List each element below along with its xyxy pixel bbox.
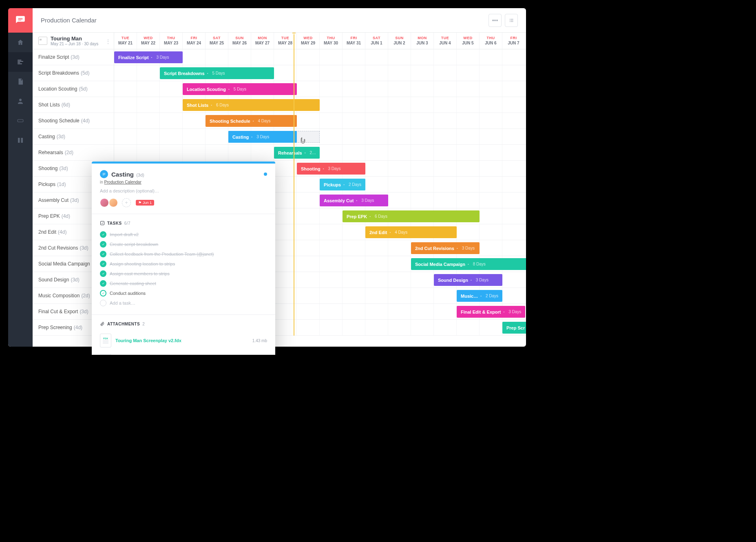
attachments-section-header: ATTACHMENTS 2: [100, 321, 267, 326]
gantt-row: Casting•3 Days: [114, 129, 526, 145]
date-cell[interactable]: MONJUN 3: [411, 33, 434, 49]
task-checkbox-done[interactable]: [100, 261, 106, 267]
row-label[interactable]: Casting (3d): [33, 129, 114, 145]
task-detail-popup: Casting (3d) in Production Calendar Add …: [92, 161, 275, 355]
row-label[interactable]: Shooting Schedule (4d): [33, 113, 114, 129]
gantt-bar[interactable]: Prep EPK•6 Days: [343, 210, 480, 222]
gantt-bar[interactable]: Final Edit & Export•3 Days: [457, 306, 525, 318]
breadcrumb-link[interactable]: Production Calendar: [104, 180, 141, 184]
assignee-avatar[interactable]: [100, 198, 109, 207]
gantt-row: Script Breakdowns•5 Days: [114, 65, 526, 81]
tasks-section-header: TASKS 6/7: [100, 221, 267, 226]
date-cell[interactable]: SUNJUN 2: [388, 33, 411, 49]
due-date-flag[interactable]: ⚑ Jun 1: [136, 200, 154, 206]
task-item[interactable]: Collect feedback from the Production Tea…: [100, 249, 267, 259]
project-name: Touring Man: [51, 35, 98, 42]
task-checkbox-done[interactable]: [100, 270, 106, 277]
gantt-bar[interactable]: Assembly Cut•3 Days: [320, 195, 388, 206]
date-cell[interactable]: THUMAY 23: [160, 33, 183, 49]
project-meta: May 21 – Jun 18 · 30 days: [51, 42, 98, 46]
gantt-bar[interactable]: Shot Lists•6 Days: [183, 99, 320, 111]
task-checkbox-done[interactable]: [100, 280, 106, 287]
gantt-row: Location Scouting•5 Days: [114, 81, 526, 97]
gantt-row: Shooting Schedule•4 Days: [114, 113, 526, 129]
assignee-avatar[interactable]: [109, 198, 118, 207]
add-assignee-button[interactable]: +: [122, 198, 131, 207]
nav-library[interactable]: [8, 131, 33, 150]
add-task-input[interactable]: Add a task…: [100, 298, 267, 308]
gantt-bar[interactable]: Music…•2 Days: [457, 290, 502, 302]
task-item[interactable]: Create script breakdown: [100, 239, 267, 249]
task-item[interactable]: Generate casting sheet: [100, 279, 267, 288]
gantt-bar[interactable]: Casting•3 Days: [228, 131, 297, 143]
gantt-row: Shot Lists•6 Days: [114, 97, 526, 113]
calendar-icon: ⊞: [38, 37, 47, 45]
date-cell[interactable]: WEDMAY 29: [297, 33, 320, 49]
sidebar: [8, 8, 33, 347]
file-icon: FDX: [100, 354, 111, 355]
app-logo[interactable]: [8, 8, 33, 33]
date-cell[interactable]: TUEJUN 4: [434, 33, 457, 49]
attachment-item[interactable]: FDXTouring Man Screenplay v1.fdx1.13 mb: [100, 351, 267, 355]
gantt-bar[interactable]: Script Breakdowns•5 Days: [160, 67, 274, 79]
gantt-bar[interactable]: 2nd Edit•4 Days: [365, 226, 457, 238]
gantt-bar[interactable]: Shooting•3 Days: [297, 163, 365, 175]
gantt-bar[interactable]: Social Media Campaign•8 Days: [411, 258, 526, 270]
status-dot[interactable]: [264, 173, 267, 176]
date-cell[interactable]: MONMAY 27: [251, 33, 274, 49]
date-cell[interactable]: FRIJUN 7: [502, 33, 525, 49]
list-view-button[interactable]: [505, 14, 518, 27]
date-cell[interactable]: THUJUN 6: [480, 33, 502, 49]
project-header[interactable]: ⊞ Touring Man May 21 – Jun 18 · 30 days …: [33, 33, 114, 49]
task-item[interactable]: Assign shooting location to strips: [100, 259, 267, 269]
pointer-cursor-icon: [298, 136, 307, 145]
nav-team[interactable]: [8, 91, 33, 111]
gantt-bar[interactable]: Location Scouting•5 Days: [183, 83, 297, 95]
date-cell[interactable]: FRIMAY 31: [343, 33, 365, 49]
gantt-bar[interactable]: Finalize Script•3 Days: [114, 51, 183, 63]
popup-title: Casting (3d): [111, 171, 144, 178]
attachment-item[interactable]: FDXTouring Man Screenplay v2.fdx1.43 mb: [100, 330, 267, 351]
gantt-bar[interactable]: Rehearsals•2…: [274, 147, 320, 159]
task-checkbox-done[interactable]: [100, 241, 106, 248]
date-cell[interactable]: WEDJUN 5: [457, 33, 480, 49]
gantt-bar[interactable]: Pickups•2 Days: [320, 179, 365, 190]
gantt-row: Finalize Script•3 Days: [114, 49, 526, 65]
date-cell[interactable]: WEDMAY 22: [137, 33, 160, 49]
date-cell[interactable]: SATMAY 25: [206, 33, 228, 49]
page-title: Production Calendar: [41, 17, 97, 24]
date-cell[interactable]: TUEMAY 21: [114, 33, 137, 49]
task-item[interactable]: Import draft v2: [100, 230, 267, 239]
task-checkbox-done[interactable]: [100, 251, 106, 257]
date-cell[interactable]: THUMAY 30: [320, 33, 343, 49]
row-label[interactable]: Finalize Script (3d): [33, 49, 114, 65]
date-header: TUEMAY 21WEDMAY 22THUMAY 23FRIMAY 24SATM…: [114, 33, 526, 49]
file-icon: FDX: [100, 334, 111, 347]
nav-vip[interactable]: [8, 111, 33, 131]
gantt-bar[interactable]: Prep Scr: [502, 322, 526, 334]
row-label[interactable]: Location Scouting (5d): [33, 81, 114, 97]
date-cell[interactable]: FRIMAY 24: [183, 33, 206, 49]
project-menu[interactable]: ⋮: [105, 38, 111, 45]
task-type-icon: [100, 170, 108, 178]
task-checkbox-done[interactable]: [100, 231, 106, 238]
nav-documents[interactable]: [8, 72, 33, 91]
popup-breadcrumb: in Production Calendar: [100, 180, 267, 184]
row-label[interactable]: Script Breakdowns (5d): [33, 65, 114, 81]
task-checkbox-open[interactable]: [100, 290, 106, 296]
task-item[interactable]: Conduct auditions: [100, 288, 267, 298]
gantt-bar[interactable]: Shooting Schedule•4 Days: [206, 115, 297, 127]
nav-timeline[interactable]: [8, 52, 33, 72]
svg-rect-1: [101, 221, 104, 225]
row-label[interactable]: Rehearsals (2d): [33, 145, 114, 161]
gantt-bar[interactable]: Sound Design•3 Days: [434, 274, 502, 286]
date-cell[interactable]: SUNMAY 26: [228, 33, 251, 49]
task-item[interactable]: Assign cast members to strips: [100, 269, 267, 279]
nav-home[interactable]: [8, 33, 33, 52]
description-placeholder[interactable]: Add a description (optional)…: [100, 188, 267, 193]
gantt-bar[interactable]: 2nd Cut Revisions•3 Days: [411, 242, 480, 254]
today-indicator: [294, 33, 294, 336]
more-button[interactable]: •••: [489, 14, 502, 27]
row-label[interactable]: Shot Lists (6d): [33, 97, 114, 113]
date-cell[interactable]: SATJUN 1: [365, 33, 388, 49]
